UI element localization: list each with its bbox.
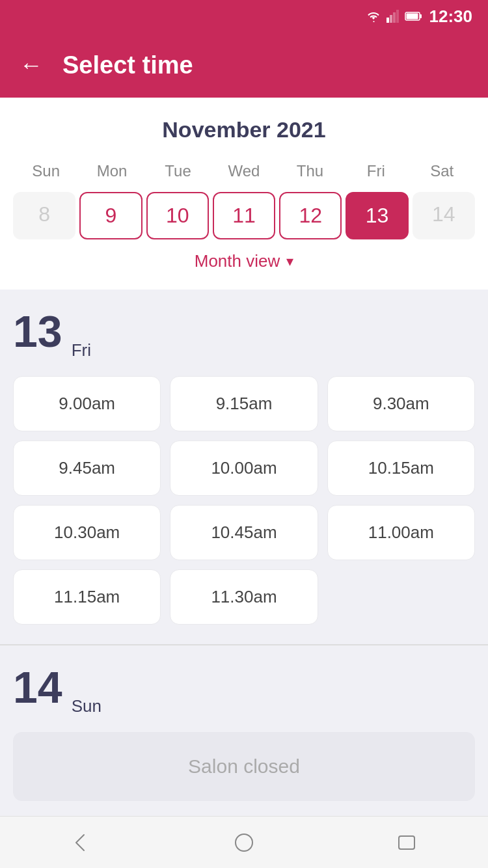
time-slot-930am[interactable]: 9.30am (327, 376, 475, 431)
date-14: 14 (413, 192, 475, 239)
chevron-down-icon: ▾ (286, 253, 293, 270)
status-time: 12:30 (429, 7, 473, 27)
weekday-tue: Tue (145, 158, 211, 184)
weekday-sat: Sat (409, 158, 475, 184)
battery-icon (405, 11, 423, 21)
svg-rect-6 (406, 14, 418, 20)
nav-home-button[interactable] (230, 828, 258, 857)
day-13-header: 13 Fri (13, 309, 475, 360)
month-view-toggle[interactable]: Month view ▾ (13, 239, 475, 277)
day-14-header: 14 Sun (13, 665, 475, 716)
time-slot-1015am[interactable]: 10.15am (327, 441, 475, 496)
weekday-thu: Thu (277, 158, 343, 184)
wifi-icon (366, 10, 381, 22)
calendar-section: November 2021 Sun Mon Tue Wed Thu Fri Sa… (0, 98, 488, 290)
signal-icon (386, 10, 400, 23)
date-12[interactable]: 12 (279, 192, 342, 239)
svg-rect-2 (393, 12, 396, 23)
status-icons (366, 10, 423, 23)
time-slot-1030am[interactable]: 10.30am (13, 505, 161, 560)
svg-point-7 (236, 834, 252, 851)
time-grid-13: 9.00am 9.15am 9.30am 9.45am 10.00am 10.1… (13, 376, 475, 625)
svg-rect-3 (396, 10, 399, 23)
day-13-section: 13 Fri 9.00am 9.15am 9.30am 9.45am 10.00… (0, 290, 488, 644)
day-13-name: Fri (72, 340, 91, 360)
recents-nav-icon (395, 831, 418, 854)
time-slot-900am[interactable]: 9.00am (13, 376, 161, 431)
weekday-fri: Fri (343, 158, 409, 184)
date-11[interactable]: 11 (213, 192, 275, 239)
navigation-bar (0, 816, 488, 868)
salon-closed-box: Salon closed (13, 732, 475, 801)
page-title: Select time (62, 51, 193, 79)
date-8: 8 (13, 192, 75, 239)
time-slot-1000am[interactable]: 10.00am (170, 441, 318, 496)
date-13[interactable]: 13 (346, 192, 408, 239)
weekday-sun: Sun (13, 158, 79, 184)
back-nav-icon (70, 831, 93, 854)
nav-back-button[interactable] (67, 828, 96, 857)
month-year-title: November 2021 (13, 117, 475, 142)
weekday-wed: Wed (211, 158, 277, 184)
back-button[interactable]: ← (20, 53, 43, 77)
svg-rect-1 (390, 15, 392, 23)
weekday-row: Sun Mon Tue Wed Thu Fri Sat (13, 158, 475, 184)
app-header: ← Select time (0, 33, 488, 98)
weekday-mon: Mon (79, 158, 144, 184)
home-nav-icon (232, 831, 256, 854)
date-9[interactable]: 9 (79, 192, 142, 239)
day-13-number: 13 (13, 309, 62, 353)
status-bar: 12:30 (0, 0, 488, 33)
dates-row: 8 9 10 11 12 13 14 (13, 192, 475, 239)
svg-rect-8 (399, 836, 414, 849)
time-slot-945am[interactable]: 9.45am (13, 441, 161, 496)
month-view-label: Month view (195, 251, 280, 271)
time-slot-1100am[interactable]: 11.00am (327, 505, 475, 560)
day-14-number: 14 (13, 665, 62, 709)
svg-rect-0 (386, 18, 389, 23)
day-14-name: Sun (72, 696, 102, 716)
time-slot-915am[interactable]: 9.15am (170, 376, 318, 431)
time-slot-1115am[interactable]: 11.15am (13, 569, 161, 625)
svg-rect-5 (420, 14, 422, 18)
day-14-section: 14 Sun Salon closed (0, 645, 488, 821)
time-slot-1045am[interactable]: 10.45am (170, 505, 318, 560)
salon-closed-label: Salon closed (188, 755, 300, 777)
nav-recents-button[interactable] (392, 828, 421, 857)
time-slot-1130am[interactable]: 11.30am (170, 569, 318, 625)
date-10[interactable]: 10 (146, 192, 209, 239)
